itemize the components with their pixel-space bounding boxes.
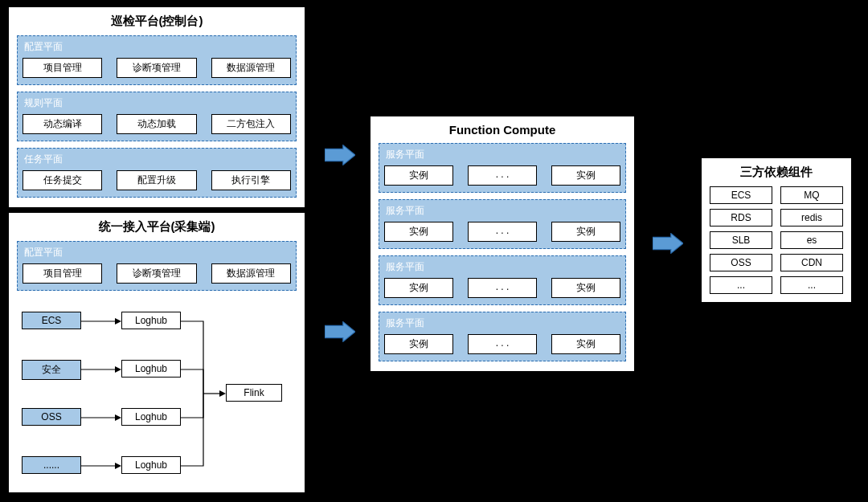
- fc-instance: 实例: [551, 334, 620, 354]
- fc-ellipsis: . . .: [468, 165, 537, 186]
- inspect-platform-panel: 巡检平台(控制台) 配置平面 项目管理 诊断项管理 数据源管理 规则平面 动态编…: [8, 6, 305, 208]
- dep-mq: MQ: [780, 186, 843, 204]
- cell-diag-mgmt: 诊断项管理: [117, 263, 196, 284]
- svg-marker-11: [325, 322, 355, 342]
- svg-marker-5: [115, 414, 121, 421]
- fc-instance: 实例: [384, 278, 453, 298]
- cell-task-submit: 任务提交: [23, 170, 102, 190]
- dep-redis: redis: [780, 209, 843, 227]
- svg-marker-10: [325, 145, 355, 165]
- cell-exec-engine: 执行引擎: [211, 170, 291, 190]
- cell-datasource-mgmt: 数据源管理: [211, 58, 291, 78]
- dep-title: 三方依赖组件: [710, 165, 843, 180]
- cell-config-upgrade: 配置升级: [117, 170, 196, 190]
- cell-project-mgmt: 项目管理: [23, 263, 102, 284]
- fc-instance: 实例: [551, 165, 620, 186]
- loghub-3: Loghub: [121, 408, 181, 426]
- flink-node: Flink: [226, 384, 282, 402]
- svg-marker-7: [115, 463, 121, 469]
- cell-diag-mgmt: 诊断项管理: [117, 58, 196, 78]
- config-plane: 配置平面 项目管理 诊断项管理 数据源管理: [17, 35, 297, 85]
- arrow-src-loghub-3: [81, 413, 121, 422]
- fc-service-plane-3: 服务平面 实例 . . . 实例: [379, 255, 626, 305]
- fc-ellipsis: . . .: [468, 222, 537, 242]
- arrow-fc-to-dep-icon: [653, 233, 683, 254]
- plane-title: 配置平面: [23, 245, 291, 260]
- fc-title: Function Compute: [379, 123, 626, 137]
- dep-oss: OSS: [710, 254, 772, 271]
- fc-service-plane-2: 服务平面 实例 . . . 实例: [379, 199, 626, 249]
- plane-title: 服务平面: [384, 259, 620, 275]
- dep-cdn: CDN: [780, 254, 843, 271]
- arrow-loghub-flink: [181, 316, 227, 477]
- arrow-src-loghub-2: [81, 365, 121, 374]
- dep-es: es: [780, 231, 843, 249]
- source-more: ......: [22, 456, 81, 474]
- dep-more-1: ...: [710, 276, 772, 294]
- fc-instance: 实例: [551, 278, 620, 298]
- dep-more-2: ...: [780, 276, 843, 294]
- dep-rds: RDS: [710, 209, 772, 227]
- plane-title: 服务平面: [384, 203, 620, 218]
- plane-title: 服务平面: [384, 316, 620, 331]
- fc-service-plane-1: 服务平面 实例 . . . 实例: [379, 143, 626, 193]
- rule-plane: 规则平面 动态编译 动态加载 二方包注入: [17, 92, 297, 141]
- fc-ellipsis: . . .: [468, 334, 537, 354]
- source-ecs: ECS: [22, 312, 81, 329]
- cell-package-inject: 二方包注入: [211, 114, 291, 134]
- cell-project-mgmt: 项目管理: [23, 58, 102, 78]
- third-party-deps-panel: 三方依赖组件 ECS MQ RDS redis SLB es OSS CDN .…: [701, 157, 852, 303]
- dep-slb: SLB: [710, 231, 772, 249]
- fc-instance: 实例: [384, 165, 453, 186]
- plane-title: 规则平面: [23, 96, 291, 111]
- cell-dyn-load: 动态加载: [117, 114, 196, 134]
- source-security: 安全: [22, 360, 81, 380]
- arrow-src-loghub-1: [81, 316, 121, 326]
- plane-title: 任务平面: [23, 152, 291, 167]
- arrow-src-loghub-4: [81, 461, 121, 471]
- plane-title: 服务平面: [384, 147, 620, 162]
- arrow-ingest-to-fc-icon: [325, 321, 355, 342]
- cell-datasource-mgmt: 数据源管理: [211, 263, 291, 284]
- loghub-2: Loghub: [121, 360, 181, 378]
- svg-marker-9: [219, 390, 226, 397]
- plane-title: 配置平面: [23, 39, 291, 55]
- flow-area: ECS 安全 OSS ...... Loghub Loghub Loghub L…: [17, 297, 297, 502]
- dep-ecs: ECS: [710, 186, 772, 204]
- function-compute-panel: Function Compute 服务平面 实例 . . . 实例 服务平面 实…: [370, 116, 635, 372]
- arrow-inspect-to-fc-icon: [325, 145, 355, 165]
- svg-marker-12: [653, 234, 683, 254]
- fc-instance: 实例: [384, 334, 453, 354]
- svg-marker-3: [115, 366, 121, 373]
- ingest-config-plane: 配置平面 项目管理 诊断项管理 数据源管理: [17, 241, 297, 291]
- loghub-4: Loghub: [121, 456, 181, 474]
- fc-instance: 实例: [384, 222, 453, 242]
- loghub-1: Loghub: [121, 312, 181, 329]
- task-plane: 任务平面 任务提交 配置升级 执行引擎: [17, 148, 297, 198]
- dep-grid: ECS MQ RDS redis SLB es OSS CDN ... ...: [710, 186, 843, 294]
- source-oss: OSS: [22, 408, 81, 426]
- inspect-title: 巡检平台(控制台): [17, 14, 297, 29]
- fc-ellipsis: . . .: [468, 278, 537, 298]
- fc-service-plane-4: 服务平面 实例 . . . 实例: [379, 312, 626, 361]
- ingest-title: 统一接入平台(采集端): [17, 219, 297, 235]
- fc-instance: 实例: [551, 222, 620, 242]
- ingestion-platform-panel: 统一接入平台(采集端) 配置平面 项目管理 诊断项管理 数据源管理 ECS 安全…: [8, 212, 305, 493]
- svg-marker-1: [115, 318, 121, 324]
- cell-dyn-compile: 动态编译: [23, 114, 102, 134]
